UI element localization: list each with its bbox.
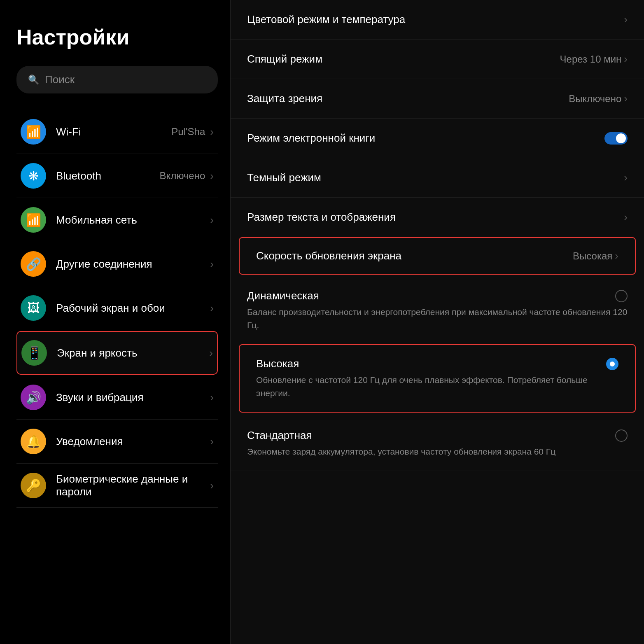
search-input[interactable]: Поиск [45,73,75,86]
settings-list: 📶 Wi-Fi Pul'Sha › ❋ Bluetooth Включено ›… [16,110,218,508]
value-text-size: › [624,211,628,224]
right-item-text-size[interactable]: Размер текста и отображения › [231,198,644,237]
item-label-biometric: Биометрические данные и пароли [56,473,188,498]
sidebar-item-biometric[interactable]: 🔑 Биометрические данные и пароли › [16,464,218,508]
left-panel: Настройки 🔍 Поиск 📶 Wi-Fi Pul'Sha › ❋ Bl… [0,0,231,644]
chevron-icon-display: › [209,347,213,359]
sidebar-item-mobile[interactable]: 📶 Мобильная сеть › [16,198,218,242]
right-panel: Цветовой режим и температура › Спящий ре… [231,0,644,644]
chevron-icon-mobile: › [210,214,214,226]
value-dark-mode: › [624,171,628,184]
radio-header-high: Высокая [256,357,618,370]
search-bar[interactable]: 🔍 Поиск [16,66,218,93]
icon-mobile: 📶 [21,207,46,233]
icon-sound: 🔊 [21,385,46,410]
item-label-display: Экран и яркость [57,347,137,359]
item-content-homescreen: Рабочий экран и обои [56,302,210,315]
value-eye-comfort: Выключено › [569,92,628,105]
speed-section-highlight[interactable]: Скорость обновления экрана Высокая › [239,237,636,275]
radio-header-dynamic: Динамическая [247,289,628,302]
page-title: Настройки [16,25,218,49]
item-right-bluetooth: Включено › [160,170,214,182]
item-right-homescreen: › [210,302,214,315]
item-right-wifi: Pul'Sha › [171,126,214,138]
item-content-mobile: Мобильная сеть [56,214,210,226]
radio-desc-dynamic: Баланс производительности и энергопотреб… [247,306,628,331]
chevron-icon-biometric: › [210,479,214,492]
icon-wifi: 📶 [21,119,46,145]
sidebar-item-homescreen[interactable]: 🖼 Рабочий экран и обои › [16,286,218,330]
label-sleep: Спящий режим [247,53,322,65]
speed-section[interactable]: Скорость обновления экрана Высокая › [240,238,635,274]
item-content-biometric: Биометрические данные и пароли [56,473,210,498]
radio-option-dynamic[interactable]: Динамическая Баланс производительности и… [231,277,644,344]
chevron-icon-notifications: › [210,435,214,448]
right-item-dark-mode[interactable]: Темный режим › [231,158,644,198]
right-item-sleep[interactable]: Спящий режим Через 10 мин › [231,40,644,79]
speed-chevron: › [615,250,618,262]
radio-header-standard: Стандартная [247,429,628,442]
radio-desc-high: Обновление с частотой 120 Гц для очень п… [256,373,618,399]
chevron-text-size: › [624,211,628,224]
item-content-bluetooth: Bluetooth [56,170,160,182]
speed-title: Скорость обновления экрана [256,250,401,262]
item-label-wifi: Wi-Fi [56,126,81,138]
toggle-ebook[interactable] [604,132,628,145]
label-ebook: Режим электронной книги [247,132,375,145]
chevron-sleep: › [624,53,628,65]
speed-value: Высокая › [573,250,618,262]
item-label-notifications: Уведомления [56,435,123,448]
icon-homescreen: 🖼 [21,295,46,321]
sidebar-item-display[interactable]: 📱 Экран и яркость › [16,331,218,375]
chevron-icon-wifi: › [210,126,214,138]
item-right-biometric: › [210,479,214,492]
radio-option-standard[interactable]: Стандартная Экономьте заряд аккумулятора… [231,417,644,471]
item-content-other-connections: Другие соединения [56,258,210,271]
chevron-dark-mode: › [624,171,628,184]
icon-other-connections: 🔗 [21,251,46,277]
sidebar-item-wifi[interactable]: 📶 Wi-Fi Pul'Sha › [16,110,218,154]
item-content-sound: Звуки и вибрация [56,391,210,404]
radio-title-dynamic: Динамическая [247,289,319,302]
item-right-mobile: › [210,214,214,226]
chevron-icon-sound: › [210,391,214,404]
radio-circle-dynamic[interactable] [615,290,628,302]
speed-header: Скорость обновления экрана Высокая › [256,250,618,262]
radio-circle-high[interactable] [606,358,618,370]
value-color-mode: › [624,13,628,26]
sidebar-item-notifications[interactable]: 🔔 Уведомления › [16,420,218,464]
radio-title-standard: Стандартная [247,429,312,442]
sidebar-item-sound[interactable]: 🔊 Звуки и вибрация › [16,376,218,420]
item-right-notifications: › [210,435,214,448]
chevron-icon-bluetooth: › [210,170,214,182]
chevron-icon-other-connections: › [210,258,214,271]
icon-display: 📱 [21,340,47,366]
right-item-color-mode[interactable]: Цветовой режим и температура › [231,0,644,40]
item-label-sound: Звуки и вибрация [56,391,143,404]
item-content-notifications: Уведомления [56,435,210,448]
icon-biometric: 🔑 [21,473,46,498]
sidebar-item-bluetooth[interactable]: ❋ Bluetooth Включено › [16,154,218,198]
right-item-eye-comfort[interactable]: Защита зрения Выключено › [231,79,644,119]
chevron-icon-homescreen: › [210,302,214,315]
search-icon: 🔍 [28,75,39,85]
item-label-bluetooth: Bluetooth [56,170,101,182]
item-value-bluetooth: Включено [160,170,205,182]
chevron-color-mode: › [624,13,628,26]
item-right-other-connections: › [210,258,214,271]
radio-title-high: Высокая [256,357,299,370]
radio-circle-standard[interactable] [615,429,628,442]
label-dark-mode: Темный режим [247,171,321,184]
label-text-size: Размер текста и отображения [247,211,396,224]
item-content-wifi: Wi-Fi [56,126,171,138]
label-eye-comfort: Защита зрения [247,92,322,105]
item-label-other-connections: Другие соединения [56,258,152,270]
item-label-mobile: Мобильная сеть [56,214,137,226]
value-sleep: Через 10 мин › [560,53,628,65]
item-value-wifi: Pul'Sha [171,126,205,138]
item-right-display: › [209,347,213,359]
chevron-eye-comfort: › [624,92,628,105]
sidebar-item-other-connections[interactable]: 🔗 Другие соединения › [16,242,218,286]
right-item-ebook[interactable]: Режим электронной книги [231,119,644,158]
radio-option-high[interactable]: Высокая Обновление с частотой 120 Гц для… [239,344,636,413]
